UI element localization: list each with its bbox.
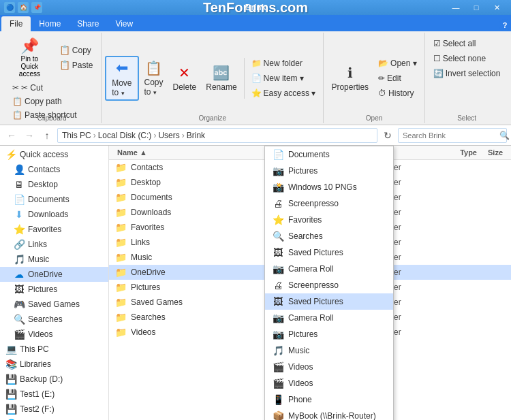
history-button[interactable]: ⏱ History <box>374 86 421 100</box>
dropdown-item-saved-pictures-2[interactable]: 🖼 Saved Pictures <box>265 293 393 310</box>
sidebar-item-libraries[interactable]: 📚 Libraries <box>0 357 108 372</box>
dropdown-item-screenpresso1[interactable]: 🖨 Screenpresso <box>265 195 393 212</box>
sidebar-item-test1[interactable]: 💾 Test1 (E:) <box>0 387 108 402</box>
tab-home[interactable]: Home <box>31 16 69 31</box>
sidebar-item-onedrive[interactable]: ☁ OneDrive <box>0 267 108 282</box>
sidebar-item-searches[interactable]: 🔍 Searches <box>0 312 108 327</box>
sidebar-item-downloads[interactable]: ⬇ Downloads <box>0 207 108 222</box>
tab-share[interactable]: Share <box>69 16 107 31</box>
dropdown-item-camera-roll-2[interactable]: 📷 Camera Roll <box>265 310 393 326</box>
sidebar-item-test2[interactable]: 💾 Test2 (F:) <box>0 402 108 417</box>
dropdown-item-icon: 📱 <box>272 394 284 405</box>
copy-path-button[interactable]: 📋 Copy path <box>8 95 98 108</box>
search-input[interactable] <box>403 131 497 140</box>
dropdown-item-win10pngs[interactable]: 📸 Windows 10 PNGs <box>265 179 393 195</box>
select-none-button[interactable]: ☐ Select none <box>429 52 505 65</box>
easy-access-button[interactable]: ⭐ Easy access ▾ <box>247 86 320 100</box>
dropdown-item-mybook[interactable]: 📦 MyBook (\\Brink-Router) <box>265 408 393 420</box>
sidebar-item-music[interactable]: 🎵 Music <box>0 252 108 267</box>
open-buttons: ℹ Properties 📂 Open ▾ ✏ Edit ⏱ History <box>327 34 420 122</box>
copy-path-label: Copy path <box>25 97 62 106</box>
sidebar-item-network[interactable]: 🌐 Network <box>0 417 108 420</box>
back-button[interactable]: ← <box>4 128 19 143</box>
saved-games-icon: 🎮 <box>14 299 25 310</box>
select-all-button[interactable]: ☑ Select all <box>429 37 505 50</box>
searches-icon: 🔍 <box>14 314 25 325</box>
dropdown-item-pictures[interactable]: 📷 Pictures <box>265 163 393 179</box>
sidebar-item-documents[interactable]: 📄 Documents <box>0 192 108 207</box>
sidebar-item-pictures[interactable]: 🖼 Pictures <box>0 282 108 297</box>
folder-icon: 📁 <box>114 207 127 218</box>
help-button[interactable]: ? <box>499 19 511 31</box>
dropdown-item-label: Documents <box>288 150 330 159</box>
edit-button[interactable]: ✏ Edit <box>374 71 421 85</box>
sidebar-item-quick-access[interactable]: ⚡ Quick access <box>0 147 108 162</box>
cut-button[interactable]: ✂ ✂ Cut <box>8 81 98 95</box>
dropdown-menu[interactable]: 📄 Documents 📷 Pictures 📸 Windows 10 PNGs… <box>264 146 394 420</box>
tab-file[interactable]: File <box>1 16 31 31</box>
dropdown-item-icon: 🖼 <box>272 247 284 258</box>
move-icon: ⬅ <box>116 59 128 77</box>
desktop-icon: 🖥 <box>14 179 25 190</box>
dropdown-item-screenpresso2[interactable]: 🖨 Screenpresso <box>265 277 393 293</box>
sidebar-item-links[interactable]: 🔗 Links <box>0 237 108 252</box>
dropdown-item-saved-pictures-1[interactable]: 🖼 Saved Pictures <box>265 244 393 261</box>
copy-to-label: Copyto ▾ <box>144 78 164 97</box>
pin-icon: 📌 <box>20 37 39 55</box>
col-header-name[interactable]: Name ▲ <box>114 147 150 158</box>
close-button[interactable]: ✕ <box>486 0 507 15</box>
sidebar-item-backup[interactable]: 💾 Backup (D:) <box>0 372 108 387</box>
dropdown-item-favorites[interactable]: ⭐ Favorites <box>265 212 393 228</box>
address-path[interactable]: This PC › Local Disk (C:) › Users › Brin… <box>57 128 377 143</box>
rename-icon: 🔤 <box>213 65 230 81</box>
dropdown-item-videos2[interactable]: 🎬 Videos <box>265 375 393 391</box>
dropdown-item-searches[interactable]: 🔍 Searches <box>265 228 393 244</box>
copy-to-button[interactable]: 📋 Copyto ▾ <box>140 57 168 99</box>
dropdown-item-videos1[interactable]: 🎬 Videos <box>265 359 393 375</box>
new-item-button[interactable]: 📄 New item ▾ <box>247 71 320 85</box>
rename-button[interactable]: 🔤 Rename <box>202 62 241 95</box>
col-header-type[interactable]: Type <box>457 147 480 158</box>
sidebar-item-label: Saved Games <box>28 300 80 309</box>
paste-button[interactable]: 📋 Paste <box>55 58 97 72</box>
move-to-button[interactable]: ⬅ Moveto ▾ <box>105 56 138 101</box>
col-header-size[interactable]: Size <box>485 147 506 158</box>
maximize-button[interactable]: □ <box>466 0 486 15</box>
dropdown-item-label: Saved Pictures <box>288 297 343 306</box>
sidebar-item-videos[interactable]: 🎬 Videos <box>0 327 108 342</box>
quick-access-icon[interactable]: 🏠 <box>18 2 29 13</box>
clipboard-group-label: Clipboard <box>37 114 67 122</box>
sidebar-item-saved-games[interactable]: 🎮 Saved Games <box>0 297 108 312</box>
dropdown-item-pictures2[interactable]: 📷 Pictures <box>265 326 393 342</box>
forward-button[interactable]: → <box>22 128 37 143</box>
invert-selection-button[interactable]: 🔄 Invert selection <box>429 67 505 80</box>
dropdown-item-music[interactable]: 🎵 Music <box>265 342 393 359</box>
sidebar-item-contacts[interactable]: 👤 Contacts <box>0 162 108 177</box>
dropdown-item-camera-roll-1[interactable]: 📷 Camera Roll <box>265 261 393 277</box>
sidebar-item-desktop[interactable]: 🖥 Desktop <box>0 177 108 192</box>
ribbon-group-organize: ⬅ Moveto ▾ 📋 Copyto ▾ ✕ Delete 🔤 Rename … <box>102 33 323 123</box>
dropdown-item-icon: 📦 <box>272 410 284 420</box>
path-brink: Brink <box>187 131 205 140</box>
pin-to-quick-access-button[interactable]: 📌 Pin to Quickaccess <box>7 34 52 81</box>
pin-icon[interactable]: 📌 <box>31 2 42 13</box>
properties-button[interactable]: ℹ Properties <box>327 62 373 95</box>
new-folder-button[interactable]: 📁 New folder <box>247 56 320 70</box>
delete-button[interactable]: ✕ Delete <box>169 62 201 95</box>
open-button[interactable]: 📂 Open ▾ <box>374 56 421 70</box>
dropdown-item-documents[interactable]: 📄 Documents <box>265 146 393 163</box>
sidebar-item-this-pc[interactable]: 💻 This PC <box>0 342 108 357</box>
paste-icon: 📋 <box>59 60 70 70</box>
copy-button[interactable]: 📋 Copy <box>55 43 97 57</box>
paste-label: Paste <box>72 61 93 70</box>
sidebar-item-favorites[interactable]: ⭐ Favorites <box>0 222 108 237</box>
up-button[interactable]: ↑ <box>40 128 55 143</box>
invert-icon: 🔄 <box>433 69 444 78</box>
minimize-button[interactable]: — <box>446 0 466 15</box>
tab-view[interactable]: View <box>107 16 141 31</box>
dropdown-item-icon: 🎵 <box>272 345 284 356</box>
dropdown-item-phone[interactable]: 📱 Phone <box>265 391 393 408</box>
refresh-button[interactable]: ↻ <box>380 128 395 143</box>
libraries-icon: 📚 <box>5 359 16 370</box>
search-box: 🔍 <box>398 128 507 143</box>
